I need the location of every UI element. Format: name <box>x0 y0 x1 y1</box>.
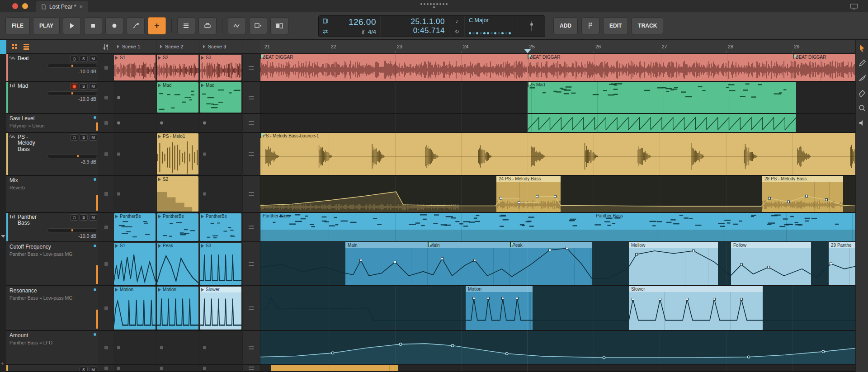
insert-marker-button[interactable] <box>581 17 599 34</box>
launcher-clip[interactable]: Mad <box>157 82 198 113</box>
solo-button[interactable]: S <box>80 134 88 141</box>
file-button[interactable]: FILE <box>5 17 30 34</box>
arranger-clip[interactable]: Peak <box>510 242 592 285</box>
clip-slot[interactable] <box>199 176 242 212</box>
mixer-icon[interactable] <box>103 44 109 50</box>
arranger-clip[interactable]: 29 Panthe <box>829 242 855 285</box>
solo-button[interactable]: S <box>80 56 88 62</box>
clip-slot[interactable] <box>113 114 156 132</box>
pencil-tool-icon[interactable] <box>858 59 866 69</box>
drag-handle-icon[interactable] <box>249 346 254 349</box>
track-header-mad[interactable]: MadSM-10.0 dB <box>6 82 99 114</box>
add-track-icon[interactable]: + <box>0 360 4 367</box>
clip-slot[interactable]: Mad <box>156 82 199 113</box>
eraser-tool-icon[interactable] <box>858 89 866 99</box>
layers-button[interactable] <box>177 17 195 34</box>
pointer-tool-icon[interactable] <box>858 44 866 54</box>
groove-slider[interactable] <box>529 20 534 32</box>
clip-slot[interactable] <box>113 331 156 364</box>
drag-handle-icon[interactable] <box>249 226 254 229</box>
launcher-clip[interactable]: PantherBs <box>157 213 198 241</box>
launcher-clip[interactable]: Peak <box>157 243 198 285</box>
fader-handle[interactable] <box>77 155 79 157</box>
clip-stop-button[interactable] <box>104 192 108 196</box>
arranger-clip[interactable]: 25 Mad <box>528 82 796 113</box>
arranger-clip[interactable] <box>271 365 398 371</box>
track-header-amount[interactable]: AmountPanther Bass » LFO <box>6 331 99 365</box>
display-settings-icon[interactable] <box>850 4 858 9</box>
track-header-cutoff-frequency[interactable]: Cutoff FrequencyPanther Bass » Low-pass … <box>6 242 99 286</box>
loop-icon[interactable]: ↻ <box>454 28 459 35</box>
clip-slot[interactable] <box>199 114 242 132</box>
solo-button[interactable]: S <box>80 367 88 372</box>
clip-stop-button[interactable] <box>104 152 108 156</box>
grid-view-icon[interactable] <box>12 44 17 49</box>
time-signature[interactable]: 4/4 <box>368 28 376 35</box>
audition-tool-icon[interactable] <box>858 119 866 129</box>
tab-close-icon[interactable]: × <box>79 3 83 10</box>
solo-button[interactable]: S <box>80 214 88 221</box>
launcher-clip[interactable]: S3 <box>200 243 241 285</box>
clip-slot[interactable] <box>113 82 156 113</box>
clip-slot[interactable]: PantherBs <box>199 213 242 241</box>
clip-stop-button[interactable] <box>104 346 108 349</box>
launcher-clip[interactable]: S2 <box>157 176 198 212</box>
clip-slot[interactable]: PS - Melo1 <box>156 133 199 175</box>
expand-chevron-icon[interactable] <box>1 235 5 238</box>
mute-button[interactable]: M <box>89 214 97 221</box>
automation-write-button[interactable] <box>127 17 145 34</box>
overdub-toggle-button[interactable] <box>148 17 166 34</box>
knife-tool-icon[interactable] <box>858 74 866 84</box>
record-arm-button[interactable] <box>70 134 78 141</box>
drag-handle-icon[interactable] <box>249 192 254 196</box>
track-header-mix[interactable]: MixReverb <box>6 176 99 213</box>
arranger-clip[interactable]: Follow <box>731 242 811 285</box>
window-close-button[interactable] <box>12 3 18 9</box>
track-scroll-indicator[interactable] <box>0 40 6 54</box>
track-header-ps-melody-bass[interactable]: PS - Melody BassSM-3.9 dB <box>6 133 99 176</box>
arranger-clip[interactable]: Motion <box>466 286 533 330</box>
arranger-clip[interactable]: Mellow <box>629 242 718 285</box>
clip-slot[interactable] <box>156 365 199 371</box>
transport-play-button[interactable] <box>63 17 81 34</box>
fader-handle[interactable] <box>71 65 73 67</box>
add-button[interactable]: ADD <box>553 17 578 34</box>
drag-handle-icon[interactable] <box>249 306 254 310</box>
clip-slot[interactable]: S2 <box>156 54 199 81</box>
project-tab[interactable]: Lost Pear * × <box>36 1 88 12</box>
launcher-clip[interactable]: S3 <box>200 55 241 80</box>
arranger-timeline-ruler[interactable]: 212223242526272829 <box>260 40 855 54</box>
drag-handle-icon[interactable] <box>249 367 254 370</box>
volume-fader[interactable] <box>47 228 97 232</box>
launcher-clip[interactable]: S2 <box>157 55 198 80</box>
playhead-marker-icon[interactable] <box>524 49 531 53</box>
clip-slot[interactable]: Slower <box>199 286 242 330</box>
volume-fader[interactable] <box>47 154 97 158</box>
clip-stop-button[interactable] <box>104 121 108 125</box>
fader-handle[interactable] <box>71 229 73 231</box>
playhead-time[interactable]: 0:45.714 <box>413 26 445 35</box>
arranger-clip[interactable]: Main <box>345 242 428 285</box>
zoom-tool-icon[interactable] <box>858 104 866 114</box>
dual-panel-button[interactable] <box>270 17 288 34</box>
launcher-clip[interactable]: S1 <box>114 55 156 80</box>
drag-handle-icon[interactable] <box>249 262 254 266</box>
key-signature[interactable]: C Major <box>469 17 514 24</box>
launcher-clip[interactable]: Motion <box>157 287 198 330</box>
clip-slot[interactable]: S1 <box>113 54 156 81</box>
clip-slot[interactable] <box>156 331 199 364</box>
launcher-clip[interactable]: Mad <box>200 82 241 113</box>
launcher-clip[interactable]: Motion <box>114 287 156 330</box>
scene-header-2[interactable]: Scene 2 <box>156 40 199 53</box>
edit-button[interactable]: EDIT <box>603 17 628 34</box>
track-header-beat[interactable]: BeatSM-10.0 dB <box>6 54 99 82</box>
clip-slot[interactable] <box>199 331 242 364</box>
track-button[interactable]: TRACK <box>632 17 663 34</box>
arranger-clip[interactable]: 24 PS - Melody Bass <box>496 176 561 212</box>
window-minimize-button[interactable] <box>22 3 28 9</box>
clip-slot[interactable] <box>199 365 242 371</box>
clip-slot[interactable]: Peak <box>156 242 199 285</box>
play-menu-button[interactable]: PLAY <box>33 17 60 34</box>
clip-slot[interactable] <box>113 133 156 175</box>
volume-fader[interactable] <box>47 64 97 68</box>
